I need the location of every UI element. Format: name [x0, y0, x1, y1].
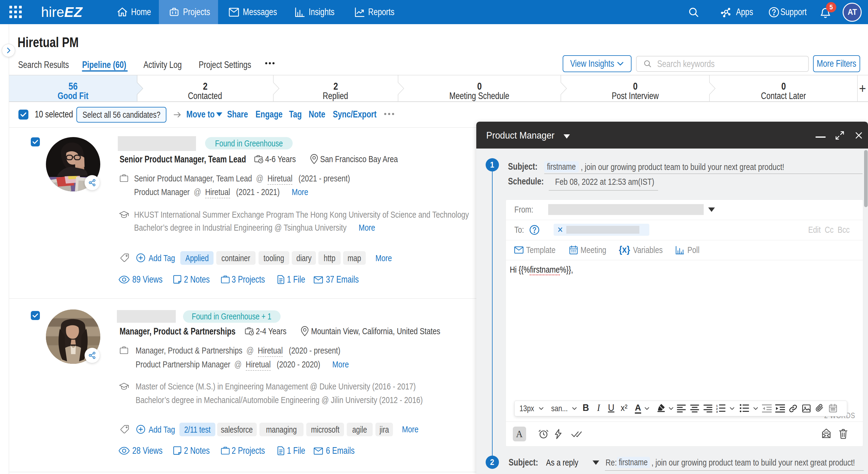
svg-text:3: 3 [716, 410, 718, 413]
